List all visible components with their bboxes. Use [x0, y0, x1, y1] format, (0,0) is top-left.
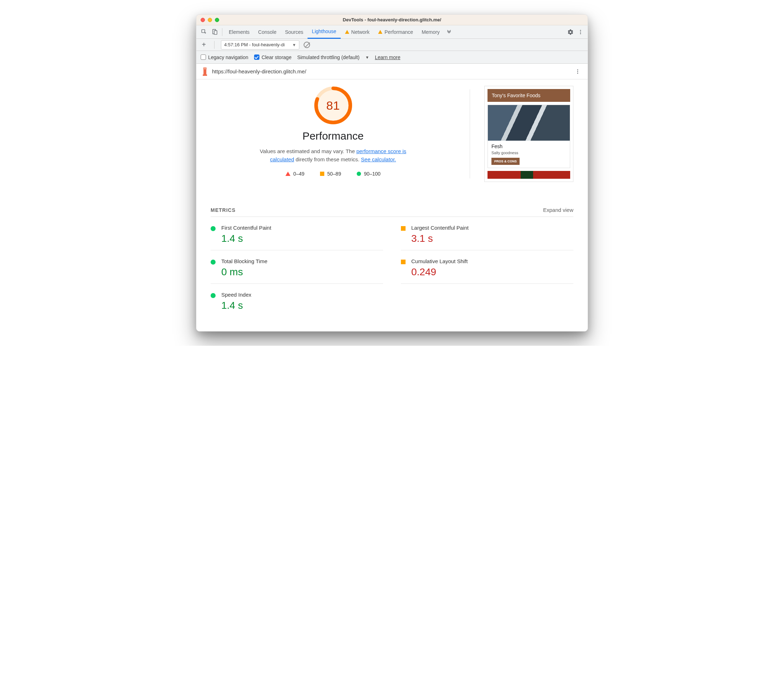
calculator-link[interactable]: See calculator. — [361, 156, 396, 162]
lighthouse-toolbar: + 4:57:16 PM - foul-heavenly-di ▼ — [196, 39, 588, 51]
desc-text: Values are estimated and may vary. The — [260, 148, 356, 154]
score-legend: 0–49 50–89 90–100 — [285, 171, 380, 177]
option-label: Clear storage — [262, 54, 291, 60]
metric-label: Largest Contentful Paint — [411, 225, 469, 231]
status-circle-icon — [210, 293, 216, 298]
svg-point-8 — [577, 73, 578, 74]
tab-label: Memory — [422, 29, 440, 35]
tab-label: Performance — [385, 29, 413, 35]
tab-label: Console — [258, 29, 276, 35]
svg-rect-2 — [214, 31, 217, 34]
triangle-icon — [285, 172, 290, 176]
checkbox-unchecked[interactable] — [201, 54, 206, 60]
report-selector[interactable]: 4:57:16 PM - foul-heavenly-di ▼ — [221, 40, 299, 50]
tab-network[interactable]: Network — [341, 25, 374, 39]
performance-gauge[interactable]: 81 — [313, 86, 353, 125]
svg-point-7 — [577, 71, 578, 72]
devtools-window: DevTools - foul-heavenly-direction.glitc… — [196, 14, 588, 331]
preview-image — [488, 105, 570, 141]
preview-card-subtitle: Salty goodness — [491, 151, 566, 155]
chevron-down-icon: ▼ — [365, 55, 369, 59]
performance-description: Values are estimated and may vary. The p… — [258, 147, 408, 164]
report-menu-icon[interactable] — [573, 67, 583, 76]
preview-header: Tony's Favorite Foods — [488, 89, 570, 102]
warning-icon — [378, 30, 382, 34]
inspect-icon[interactable] — [198, 27, 209, 37]
tab-elements[interactable]: Elements — [224, 25, 254, 39]
panel-tabs: Elements Console Sources Lighthouse Netw… — [224, 25, 454, 39]
metric-lcp[interactable]: Largest Contentful Paint 3.1 s — [401, 217, 574, 250]
metric-value: 3.1 s — [411, 233, 469, 244]
audited-url: https://foul-heavenly-direction.glitch.m… — [212, 68, 569, 75]
devtools-tabbar: Elements Console Sources Lighthouse Netw… — [196, 25, 588, 39]
legend-mid: 50–89 — [320, 171, 341, 177]
clear-reports-icon[interactable] — [304, 42, 310, 48]
svg-point-4 — [580, 31, 581, 33]
device-toggle-icon[interactable] — [209, 27, 220, 37]
legacy-nav-option[interactable]: Legacy navigation — [201, 54, 248, 60]
preview-card-title: Fesh — [491, 143, 566, 149]
metric-tbt[interactable]: Total Blocking Time 0 ms — [210, 250, 383, 284]
tab-sources[interactable]: Sources — [281, 25, 307, 39]
square-icon — [320, 172, 324, 176]
score-panel: 81 Performance Values are estimated and … — [210, 86, 455, 182]
throttling-select[interactable]: Simulated throttling (default) ▼ — [297, 54, 369, 60]
tab-label: Sources — [285, 29, 303, 35]
tab-performance[interactable]: Performance — [374, 25, 417, 39]
svg-rect-0 — [202, 30, 205, 33]
preview-card: Fesh Salty goodness PROS & CONS — [488, 105, 570, 168]
metric-label: First Contentful Paint — [221, 225, 271, 231]
circle-icon — [357, 172, 361, 176]
tab-label: Network — [351, 29, 369, 35]
checkbox-checked[interactable] — [254, 54, 259, 60]
metrics-header: METRICS Expand view — [210, 207, 574, 217]
report-urlbar: https://foul-heavenly-direction.glitch.m… — [196, 64, 588, 79]
metric-value: 1.4 s — [221, 233, 271, 244]
legend-label: 50–89 — [327, 171, 341, 177]
tab-label: Elements — [229, 29, 249, 35]
performance-score: 81 — [313, 86, 353, 125]
window-title: DevTools - foul-heavenly-direction.glitc… — [196, 17, 588, 22]
new-report-button[interactable]: + — [200, 40, 208, 49]
metric-value: 1.4 s — [221, 300, 251, 311]
tab-label: Lighthouse — [312, 28, 337, 34]
page-screenshot-preview: Tony's Favorite Foods Fesh Salty goodnes… — [484, 86, 574, 182]
desc-text: directly from these metrics. — [294, 156, 361, 162]
more-tabs-icon[interactable] — [444, 27, 454, 37]
metric-cls[interactable]: Cumulative Layout Shift 0.249 — [401, 250, 574, 284]
legend-label: 0–49 — [293, 171, 304, 177]
legend-label: 90–100 — [364, 171, 380, 177]
metric-label: Total Blocking Time — [221, 258, 267, 264]
lighthouse-options: Legacy navigation Clear storage Simulate… — [196, 51, 588, 64]
clear-storage-option[interactable]: Clear storage — [254, 54, 291, 60]
metric-label: Speed Index — [221, 292, 251, 298]
svg-point-6 — [577, 70, 578, 70]
tab-memory[interactable]: Memory — [417, 25, 444, 39]
chevron-down-icon: ▼ — [292, 43, 296, 47]
status-circle-icon — [210, 226, 216, 231]
status-circle-icon — [210, 260, 216, 264]
expand-view-button[interactable]: Expand view — [543, 207, 574, 213]
throttling-label: Simulated throttling (default) — [297, 54, 360, 60]
svg-point-5 — [580, 33, 581, 34]
option-label: Legacy navigation — [208, 54, 248, 60]
warning-icon — [345, 30, 349, 34]
metric-label: Cumulative Layout Shift — [411, 258, 468, 264]
tab-lighthouse[interactable]: Lighthouse — [307, 25, 341, 39]
tab-console[interactable]: Console — [254, 25, 281, 39]
lighthouse-report: 81 Performance Values are estimated and … — [196, 79, 588, 331]
metrics-heading: METRICS — [210, 207, 235, 213]
metric-fcp[interactable]: First Contentful Paint 1.4 s — [210, 217, 383, 250]
more-options-icon[interactable] — [575, 27, 586, 37]
status-square-icon — [401, 226, 405, 231]
report-selector-label: 4:57:16 PM - foul-heavenly-di — [224, 42, 285, 47]
performance-heading: Performance — [302, 130, 364, 142]
status-square-icon — [401, 260, 405, 264]
learn-more-link[interactable]: Learn more — [375, 54, 401, 60]
separator — [214, 41, 215, 49]
metric-value: 0.249 — [411, 266, 468, 278]
settings-icon[interactable] — [566, 27, 575, 37]
legend-bad: 0–49 — [285, 171, 304, 177]
titlebar: DevTools - foul-heavenly-direction.glitc… — [196, 15, 588, 25]
metric-si[interactable]: Speed Index 1.4 s — [210, 284, 383, 317]
